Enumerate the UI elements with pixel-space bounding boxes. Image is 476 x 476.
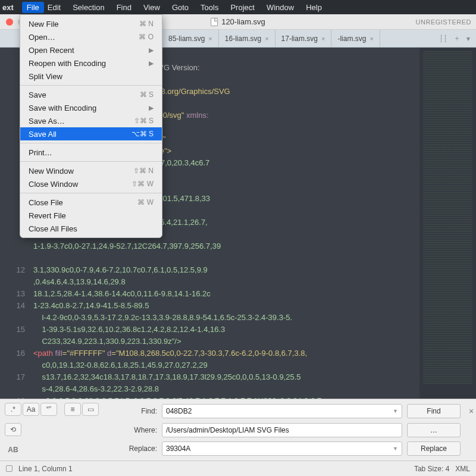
replace-label: Replace:	[125, 444, 159, 453]
menu-item-print[interactable]: Print…	[20, 146, 162, 159]
show-context-toggle[interactable]: ▭	[82, 403, 99, 416]
close-icon[interactable]: ×	[208, 35, 212, 42]
menu-window[interactable]: Window	[267, 3, 294, 12]
menu-item-new-window[interactable]: New Window⇧⌘ N	[20, 164, 162, 177]
find-label: Find:	[125, 407, 159, 415]
tab-scroll-icon[interactable]: ┆┆	[439, 35, 447, 43]
file-menu-dropdown: New File⌘ N Open…⌘ O Open Recent▶ Reopen…	[20, 14, 162, 238]
find-input[interactable]: 048DB2▼	[162, 404, 402, 418]
menu-project[interactable]: Project	[230, 3, 254, 12]
where-input[interactable]: /Users/admin/Desktop/LIAM SVG Files	[162, 423, 402, 437]
close-panel-icon[interactable]: ×	[466, 406, 476, 416]
menu-item-save-all[interactable]: Save All⌥⌘ S	[20, 127, 162, 140]
menu-separator	[20, 161, 162, 162]
menu-item-close-file[interactable]: Close File⌘ W	[20, 196, 162, 209]
regex-toggle[interactable]: .*	[5, 403, 21, 416]
document-icon	[211, 18, 218, 26]
submenu-icon: ▶	[149, 46, 154, 54]
tab-liam[interactable]: -liam.svg×	[331, 30, 380, 47]
menu-bar: ext File Edit Selection Find View Goto T…	[0, 0, 476, 14]
where-label: Where:	[125, 426, 159, 434]
menu-view[interactable]: View	[143, 3, 160, 12]
menu-item-open[interactable]: Open…⌘ O	[20, 30, 162, 43]
whole-word-toggle[interactable]: “”	[40, 403, 57, 416]
tab-16-liam[interactable]: 16-liam.svg×	[219, 30, 275, 47]
menu-selection[interactable]: Selection	[73, 3, 104, 12]
unregistered-label: UNREGISTERED	[416, 18, 471, 26]
minimap[interactable]	[419, 48, 476, 399]
tab-17-liam[interactable]: 17-liam.svg×	[275, 30, 332, 47]
menu-item-save[interactable]: Save⌘ S	[20, 88, 162, 101]
close-window-icon[interactable]	[6, 18, 13, 26]
find-options: .* Aa “” ≡ ▭ ⟲ AB	[0, 399, 125, 461]
menu-help[interactable]: Help	[306, 3, 322, 12]
replace-button[interactable]: Replace	[407, 441, 461, 456]
submenu-icon: ▶	[149, 60, 154, 67]
menu-tools[interactable]: Tools	[201, 3, 218, 12]
panel-switcher-icon[interactable]	[6, 465, 12, 472]
close-icon[interactable]: ×	[369, 35, 373, 42]
where-browse-button[interactable]: …	[407, 423, 461, 437]
menu-file[interactable]: File	[22, 2, 44, 13]
history-dropdown-icon[interactable]: ▼	[393, 408, 398, 414]
close-icon[interactable]: ×	[265, 35, 268, 42]
menu-item-close-all-files[interactable]: Close All Files	[20, 222, 162, 235]
menu-goto[interactable]: Goto	[172, 3, 189, 12]
menu-edit[interactable]: Edit	[48, 3, 61, 12]
close-icon[interactable]: ×	[321, 35, 325, 42]
history-dropdown-icon[interactable]: ▼	[393, 446, 398, 452]
find-replace-panel: .* Aa “” ≡ ▭ ⟲ AB Find: 048DB2▼ Find × W…	[0, 399, 476, 461]
in-selection-toggle[interactable]: ≡	[64, 403, 81, 416]
preserve-case-toggle[interactable]: AB	[5, 443, 21, 456]
menu-item-split-view[interactable]: Split View	[20, 70, 162, 83]
menu-separator	[20, 85, 162, 86]
app-name: ext	[2, 3, 14, 12]
menu-item-open-recent[interactable]: Open Recent▶	[20, 43, 162, 57]
menu-item-new-file[interactable]: New File⌘ N	[20, 17, 162, 30]
tab-dropdown-icon[interactable]: ▾	[466, 35, 470, 43]
status-bar: Line 1, Column 1 Tab Size: 4 XML	[0, 461, 476, 476]
menu-item-save-as[interactable]: Save As…⇧⌘ S	[20, 114, 162, 127]
case-sensitive-toggle[interactable]: Aa	[23, 403, 39, 416]
menu-separator	[20, 143, 162, 143]
cursor-position[interactable]: Line 1, Column 1	[18, 465, 73, 473]
menu-separator	[20, 193, 162, 193]
menu-item-reopen-encoding[interactable]: Reopen with Encoding▶	[20, 57, 162, 70]
replace-input[interactable]: 39304A▼	[162, 441, 402, 456]
menu-item-revert-file[interactable]: Revert File	[20, 209, 162, 222]
menu-find[interactable]: Find	[117, 3, 131, 12]
tab-size-selector[interactable]: Tab Size: 4	[414, 465, 449, 473]
find-button[interactable]: Find	[407, 404, 461, 418]
submenu-icon: ▶	[149, 104, 154, 112]
syntax-selector[interactable]: XML	[455, 465, 470, 473]
menu-item-save-encoding[interactable]: Save with Encoding▶	[20, 101, 162, 114]
tab-85-liam[interactable]: 85-liam.svg×	[162, 30, 219, 47]
wrap-toggle[interactable]: ⟲	[5, 423, 21, 436]
menu-item-close-window[interactable]: Close Window⇧⌘ W	[20, 177, 162, 190]
new-tab-icon[interactable]: ＋	[453, 33, 461, 43]
window-title: 120-liam.svg	[221, 17, 265, 26]
